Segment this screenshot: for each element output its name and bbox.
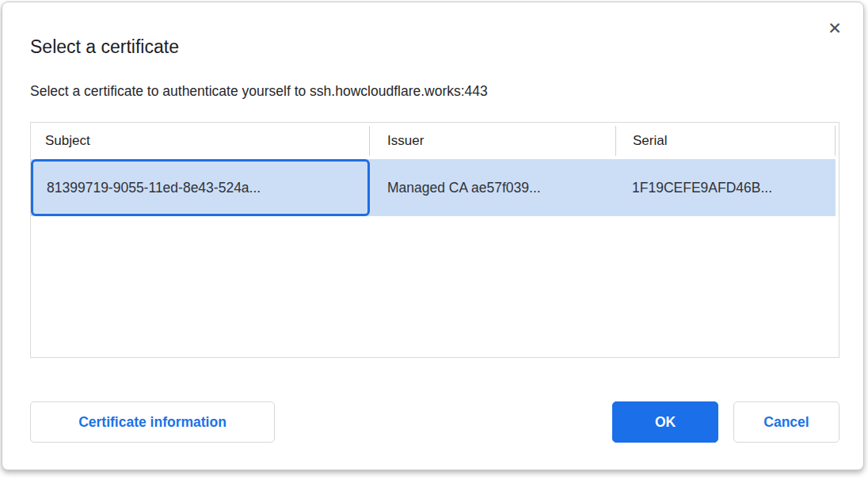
cell-serial: 1F19CEFE9AFD46B... — [615, 159, 836, 216]
column-header-subject: Subject — [31, 123, 369, 159]
cancel-button[interactable]: Cancel — [733, 401, 839, 443]
cell-issuer: Managed CA ae57f039... — [370, 159, 615, 216]
cell-subject: 81399719-9055-11ed-8e43-524a... — [31, 159, 370, 216]
certificate-table: Subject Issuer Serial 81399719-9055-11ed… — [30, 122, 839, 358]
certificate-information-button[interactable]: Certificate information — [30, 401, 275, 443]
scrollbar-gutter — [836, 123, 839, 159]
close-icon[interactable]: ✕ — [824, 17, 846, 39]
dialog-title: Select a certificate — [30, 36, 179, 58]
column-header-issuer: Issuer — [370, 123, 615, 159]
table-row[interactable]: 81399719-9055-11ed-8e43-524a... Managed … — [31, 159, 836, 216]
certificate-select-dialog: ✕ Select a certificate Select a certific… — [2, 2, 864, 470]
dialog-subtitle: Select a certificate to authenticate you… — [30, 83, 488, 100]
column-header-serial: Serial — [616, 123, 835, 159]
ok-button[interactable]: OK — [612, 401, 718, 443]
table-header-row: Subject Issuer Serial — [31, 123, 839, 159]
